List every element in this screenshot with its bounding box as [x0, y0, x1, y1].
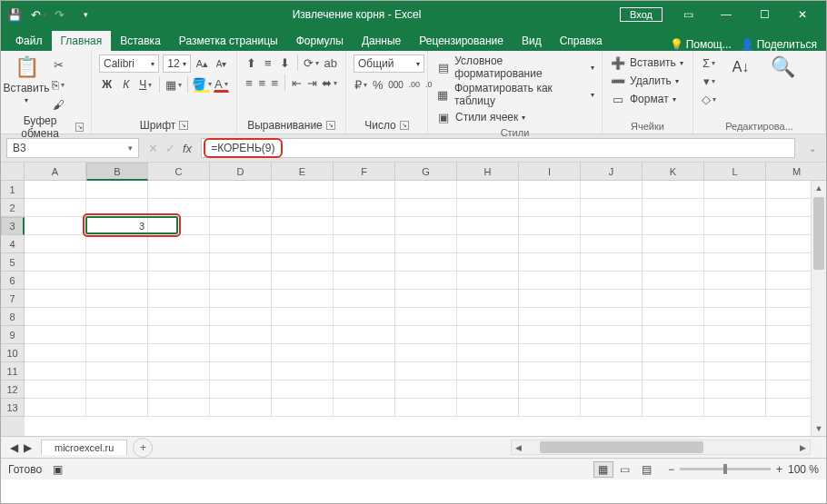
cell[interactable]	[86, 399, 148, 417]
cell[interactable]	[395, 344, 457, 362]
cell[interactable]	[334, 272, 395, 290]
cell[interactable]	[519, 308, 581, 326]
cell[interactable]	[643, 272, 704, 290]
cell[interactable]	[457, 253, 519, 272]
row-header[interactable]: 7	[1, 290, 25, 308]
cell[interactable]	[581, 199, 643, 217]
cell[interactable]: 3	[86, 217, 148, 235]
cell[interactable]	[395, 181, 457, 199]
minimize-button[interactable]: —	[708, 2, 744, 27]
cell[interactable]	[519, 344, 581, 362]
cell[interactable]	[334, 308, 395, 326]
accept-formula-icon[interactable]: ✓	[165, 142, 175, 155]
scroll-up-icon[interactable]: ▲	[812, 181, 826, 195]
cell[interactable]	[25, 399, 86, 417]
cell[interactable]	[148, 217, 210, 235]
cell[interactable]	[86, 272, 148, 290]
scroll-left-icon[interactable]: ◀	[512, 443, 525, 452]
cell[interactable]	[704, 199, 766, 217]
vertical-scrollbar[interactable]: ▲ ▼	[811, 181, 826, 436]
add-sheet-button[interactable]: +	[133, 438, 153, 458]
row-header[interactable]: 13	[1, 399, 25, 417]
col-header[interactable]: M	[766, 163, 827, 181]
cell[interactable]	[704, 362, 766, 380]
row-header[interactable]: 2	[1, 199, 25, 217]
cell[interactable]	[148, 362, 210, 380]
cell[interactable]	[272, 380, 334, 399]
cell[interactable]	[581, 308, 643, 326]
cell[interactable]	[519, 199, 581, 217]
cell[interactable]	[643, 308, 704, 326]
tell-me-button[interactable]: 💡 Помощ...	[670, 38, 732, 51]
cell[interactable]	[704, 290, 766, 308]
cell[interactable]	[210, 362, 272, 380]
cell[interactable]	[519, 217, 581, 235]
zoom-in-button[interactable]: +	[776, 463, 782, 476]
cell[interactable]	[334, 326, 395, 344]
cell[interactable]	[148, 326, 210, 344]
cell[interactable]	[272, 217, 334, 235]
tab-вид[interactable]: Вид	[513, 31, 551, 51]
format-cells-button[interactable]: ▭Формат▾	[610, 91, 685, 107]
cell[interactable]	[457, 399, 519, 417]
col-header[interactable]: J	[581, 163, 643, 181]
cell[interactable]	[334, 253, 395, 272]
grow-font-icon[interactable]: A▴	[194, 55, 210, 72]
align-center-icon[interactable]: ≡	[257, 74, 266, 91]
cell[interactable]	[272, 308, 334, 326]
tab-рецензирование[interactable]: Рецензирование	[410, 31, 513, 51]
name-box[interactable]: B3 ▾	[6, 138, 139, 158]
cell[interactable]	[272, 181, 334, 199]
format-painter-icon[interactable]: 🖌	[50, 96, 66, 113]
cell[interactable]	[272, 399, 334, 417]
cell[interactable]	[210, 235, 272, 253]
format-table-button[interactable]: ▦Форматировать как таблицу▾	[435, 82, 594, 107]
col-header[interactable]: L	[704, 163, 766, 181]
font-size-select[interactable]: 12▾	[163, 54, 191, 73]
cell[interactable]	[25, 362, 86, 380]
tab-главная[interactable]: Главная	[52, 31, 112, 51]
cell[interactable]	[210, 308, 272, 326]
redo-icon[interactable]: ↷	[54, 6, 70, 23]
cell[interactable]	[210, 253, 272, 272]
cell[interactable]	[457, 380, 519, 399]
col-header[interactable]: B	[86, 163, 148, 181]
cell[interactable]	[86, 362, 148, 380]
row-header[interactable]: 4	[1, 235, 25, 253]
cell[interactable]	[272, 253, 334, 272]
cell[interactable]	[25, 308, 86, 326]
cell[interactable]	[334, 380, 395, 399]
cell[interactable]	[272, 362, 334, 380]
cell[interactable]	[395, 272, 457, 290]
conditional-format-button[interactable]: ▤Условное форматирование▾	[435, 54, 594, 80]
cell[interactable]	[457, 290, 519, 308]
indent-inc-icon[interactable]: ⇥	[306, 74, 318, 91]
tab-разметка страницы[interactable]: Разметка страницы	[170, 31, 287, 51]
cell[interactable]	[643, 217, 704, 235]
cell[interactable]	[643, 362, 704, 380]
cell[interactable]	[86, 199, 148, 217]
cell[interactable]	[148, 181, 210, 199]
cell[interactable]	[86, 181, 148, 199]
col-header[interactable]: H	[457, 163, 519, 181]
align-left-icon[interactable]: ≡	[244, 74, 254, 91]
cell[interactable]	[519, 290, 581, 308]
cell[interactable]	[334, 235, 395, 253]
bold-button[interactable]: Ж	[99, 76, 115, 93]
cell[interactable]	[86, 253, 148, 272]
cell[interactable]	[25, 181, 86, 199]
cell[interactable]	[148, 399, 210, 417]
cell[interactable]	[395, 217, 457, 235]
cell[interactable]	[704, 308, 766, 326]
qat-customize-icon[interactable]: ▾	[77, 6, 94, 23]
fill-icon[interactable]: ▾	[701, 73, 717, 89]
cell[interactable]	[395, 290, 457, 308]
font-name-select[interactable]: Calibri▾	[99, 54, 159, 73]
clear-icon[interactable]: ◇	[701, 91, 717, 107]
cell[interactable]	[519, 253, 581, 272]
col-header[interactable]: E	[272, 163, 334, 181]
tab-справка[interactable]: Справка	[551, 31, 612, 51]
cell[interactable]	[148, 253, 210, 272]
insert-cells-button[interactable]: ➕Вставить▾	[610, 54, 685, 71]
cell[interactable]	[210, 181, 272, 199]
